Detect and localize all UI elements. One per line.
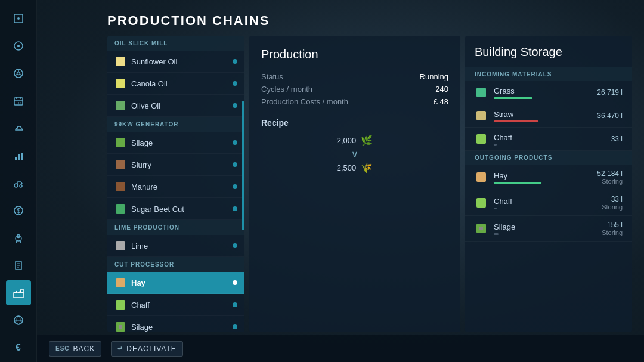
grass-icon bbox=[475, 86, 488, 99]
straw-info: Straw bbox=[494, 110, 591, 122]
silage-out-icon bbox=[475, 222, 488, 235]
sidebar-icon-steering[interactable] bbox=[6, 61, 31, 86]
svg-rect-16 bbox=[21, 153, 23, 160]
bottom-bar: ESC BACK ↵ DEACTIVATE bbox=[37, 335, 644, 362]
chain-item-silage[interactable]: Silage bbox=[107, 132, 244, 154]
sidebar-icon-tractor[interactable] bbox=[6, 171, 31, 196]
sidebar-icon-stats[interactable] bbox=[6, 143, 31, 168]
silage-dot bbox=[233, 140, 237, 145]
recipe-input-icon: 🌿 bbox=[361, 135, 373, 146]
recipe-title: Recipe bbox=[261, 118, 448, 128]
costs-value: £ 48 bbox=[434, 97, 448, 106]
hay-icon bbox=[114, 277, 126, 289]
stat-costs: Production Costs / month £ 48 bbox=[261, 97, 448, 106]
chains-panel: OIL SLICK MILL Sunflower Oil Canola Oil bbox=[107, 36, 244, 332]
chain-item-canola-oil[interactable]: Canola Oil bbox=[107, 73, 244, 95]
slurry-icon bbox=[114, 159, 126, 171]
chaff-dot bbox=[233, 302, 237, 307]
status-value: Running bbox=[420, 72, 448, 81]
canola-oil-label: Canola Oil bbox=[131, 79, 233, 88]
deactivate-button[interactable]: ↵ DEACTIVATE bbox=[111, 341, 183, 357]
sidebar-icon-animal[interactable] bbox=[6, 225, 31, 250]
chain-item-manure[interactable]: Manure bbox=[107, 176, 244, 198]
recipe-flow: 2,000 🌿 ∨ 2,500 🌾 bbox=[261, 135, 448, 174]
recipe-arrow: ∨ bbox=[351, 148, 358, 160]
straw-amount: 36,470 l bbox=[597, 112, 623, 120]
sunflower-oil-dot bbox=[233, 59, 237, 64]
stat-cycles: Cycles / month 240 bbox=[261, 85, 448, 94]
silage2-label: Silage bbox=[131, 323, 233, 332]
sidebar-icon-compass[interactable] bbox=[6, 33, 31, 58]
straw-icon bbox=[475, 109, 488, 122]
recipe-input-item: 2,000 🌿 bbox=[337, 135, 373, 146]
sidebar-icon-weather[interactable] bbox=[6, 116, 31, 141]
hay-out-name: Hay bbox=[494, 171, 591, 180]
sidebar-icon-map[interactable] bbox=[6, 6, 31, 31]
sidebar-icon-euro[interactable]: € bbox=[6, 335, 31, 360]
chaff-out-info: Chaff bbox=[494, 197, 596, 209]
recipe-section: Recipe 2,000 🌿 ∨ 2,500 🌾 bbox=[261, 118, 448, 174]
grass-amount: 26,719 l bbox=[597, 88, 623, 97]
cycles-value: 240 bbox=[435, 85, 448, 94]
section-header-cut: CUT PROCESSOR bbox=[107, 257, 244, 272]
lime-dot bbox=[233, 243, 237, 248]
svg-line-23 bbox=[16, 241, 17, 243]
silage-out-amount: 155 l bbox=[602, 221, 623, 229]
sidebar-icon-money[interactable]: $ bbox=[6, 198, 31, 223]
chain-item-hay[interactable]: Hay bbox=[107, 272, 244, 294]
storage-panel: Building Storage INCOMING MATERIALS Gras… bbox=[465, 36, 632, 332]
sidebar: 15 $ bbox=[0, 0, 37, 362]
sidebar-icon-factory[interactable] bbox=[6, 280, 31, 305]
silage-out-sub: Storing bbox=[602, 229, 623, 236]
straw-bar bbox=[494, 120, 538, 122]
silage-icon bbox=[114, 137, 126, 148]
storage-item-chaff-out: Chaff 33 l Storing bbox=[465, 190, 632, 216]
chain-item-silage2[interactable]: Silage bbox=[107, 316, 244, 332]
chain-item-sugarbeet[interactable]: Sugar Beet Cut bbox=[107, 198, 244, 220]
svg-point-17 bbox=[14, 184, 18, 187]
storage-item-hay-out: Hay 52,184 l Storing bbox=[465, 165, 632, 190]
sunflower-oil-label: Sunflower Oil bbox=[131, 57, 233, 66]
chain-item-lime[interactable]: Lime bbox=[107, 235, 244, 257]
slurry-label: Slurry bbox=[131, 160, 233, 169]
svg-text:15: 15 bbox=[18, 101, 21, 105]
sidebar-icon-calendar[interactable]: 15 bbox=[6, 88, 31, 113]
production-title: Production bbox=[261, 48, 448, 61]
hay-dot bbox=[233, 280, 237, 285]
stat-status: Status Running bbox=[261, 72, 448, 81]
status-label: Status bbox=[261, 72, 283, 81]
manure-dot bbox=[233, 184, 237, 189]
chaff-in-info: Chaff bbox=[494, 133, 605, 146]
canola-oil-icon bbox=[114, 78, 126, 89]
lime-label: Lime bbox=[131, 242, 233, 250]
panels-row: OIL SLICK MILL Sunflower Oil Canola Oil bbox=[37, 36, 644, 362]
svg-rect-29 bbox=[14, 293, 23, 298]
svg-line-8 bbox=[20, 74, 22, 75]
chaff-out-icon bbox=[475, 196, 488, 209]
page-title: PRODUCTION CHAINS bbox=[37, 0, 644, 36]
sidebar-icon-globe[interactable] bbox=[6, 308, 31, 333]
recipe-output-item: 2,500 🌾 bbox=[337, 162, 373, 174]
chain-item-olive-oil[interactable]: Olive Oil bbox=[107, 95, 244, 117]
chaff-in-amount: 33 l bbox=[611, 135, 623, 143]
manure-icon bbox=[114, 181, 126, 193]
storage-item-chaff-in: Chaff 33 l bbox=[465, 128, 632, 151]
sidebar-icon-contract[interactable] bbox=[6, 253, 31, 278]
slurry-dot bbox=[233, 162, 237, 167]
chain-item-chaff[interactable]: Chaff bbox=[107, 294, 244, 316]
storage-title: Building Storage bbox=[465, 36, 632, 67]
back-button[interactable]: ESC BACK bbox=[49, 341, 101, 357]
svg-rect-14 bbox=[15, 157, 17, 160]
silage-out-info: Silage bbox=[494, 222, 596, 235]
hay-label: Hay bbox=[131, 279, 233, 287]
production-panel: Production Status Running Cycles / month… bbox=[249, 36, 460, 332]
chaff-out-amount: 33 l bbox=[602, 195, 623, 203]
back-label: BACK bbox=[73, 345, 95, 353]
outgoing-header: OUTGOING PRODUCTS bbox=[465, 151, 632, 165]
chain-item-slurry[interactable]: Slurry bbox=[107, 154, 244, 176]
chaff-in-icon bbox=[475, 132, 488, 146]
lime-icon bbox=[114, 240, 126, 252]
deactivate-label: DEACTIVATE bbox=[126, 345, 177, 353]
chain-item-sunflower-oil[interactable]: Sunflower Oil bbox=[107, 51, 244, 73]
olive-oil-dot bbox=[233, 103, 237, 108]
